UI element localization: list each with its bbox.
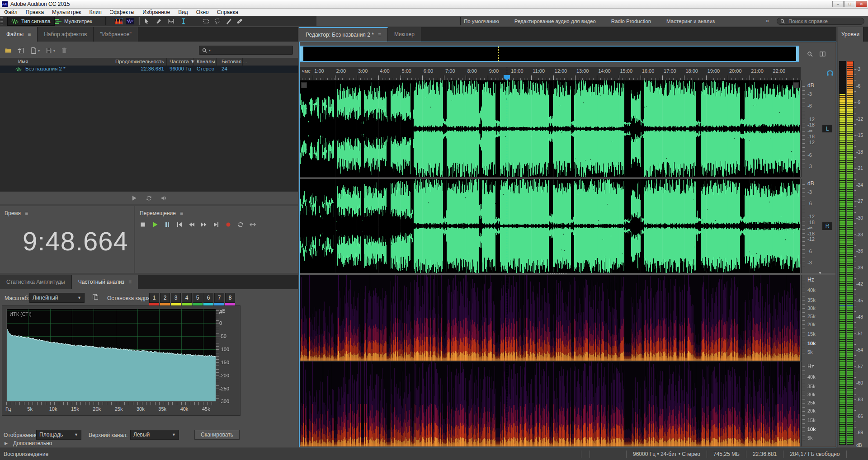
lasso-tool[interactable] [213, 18, 222, 25]
open-folder-icon[interactable] [5, 47, 12, 54]
hold-frame-button-3[interactable]: 3 [171, 293, 181, 303]
levels-panel-tab[interactable]: Уровни [838, 27, 863, 42]
file-row[interactable]: Без названия 2 *22:36.68196000 ГцСтерео2… [0, 66, 298, 73]
column-header[interactable]: Частота ▼ [170, 59, 195, 64]
stop-button[interactable] [139, 221, 147, 229]
loop-icon[interactable] [146, 195, 152, 202]
import-file-icon[interactable] [17, 47, 24, 54]
save-icon[interactable]: ▾ [45, 47, 55, 54]
waveform-left-channel[interactable] [300, 80, 800, 177]
fast-forward-button[interactable] [200, 221, 208, 229]
advanced-label[interactable]: Дополнительно [13, 440, 52, 446]
slip-tool[interactable] [166, 18, 175, 25]
channel-divider[interactable] [300, 177, 801, 178]
workspace-button[interactable]: По умолчанию [464, 19, 499, 24]
channel-badge[interactable]: R [822, 222, 832, 230]
copy-frames-icon[interactable] [92, 293, 99, 300]
column-header[interactable]: Имя [18, 59, 28, 64]
auto-play-speaker-icon[interactable] [160, 195, 167, 202]
help-search-input[interactable] [788, 18, 857, 24]
edit-boundary-icon[interactable] [301, 82, 307, 88]
tab-файлы[interactable]: Файлы≡ [0, 27, 38, 42]
move-to-end-button[interactable] [212, 221, 220, 229]
spectrogram-left[interactable] [300, 275, 800, 361]
edit-boundary-icon[interactable] [793, 82, 799, 88]
help-search-box[interactable] [777, 18, 864, 25]
hold-frame-button-8[interactable]: 8 [225, 293, 235, 303]
tab-набор-эффектов[interactable]: Набор эффектов [38, 27, 94, 42]
timeline-ruler[interactable]: чмс 1:002:003:004:005:006:007:008:009:00… [300, 67, 801, 80]
new-file-icon[interactable]: ▾ [30, 47, 40, 54]
frequency-analysis-plot[interactable] [6, 309, 216, 402]
panel-menu-icon[interactable]: ≡ [378, 32, 381, 38]
hold-frame-button-5[interactable]: 5 [193, 293, 203, 303]
panel-menu-icon[interactable]: ≡ [128, 279, 132, 285]
multitrack-view-button[interactable]: Мультитрек [51, 17, 96, 26]
display-dropdown[interactable]: Площадь ▼ [36, 430, 81, 440]
minimize-button[interactable]: – [832, 1, 844, 7]
splitter-grip[interactable] [547, 273, 566, 274]
close-button[interactable]: ✕ [856, 1, 867, 7]
pause-button[interactable] [163, 221, 171, 229]
scale-dropdown[interactable]: Линейный ▼ [29, 293, 85, 303]
zoom-icon[interactable] [807, 51, 813, 57]
menu-Клип[interactable]: Клип [85, 9, 106, 15]
spectrogram-right[interactable] [300, 361, 800, 446]
menu-Вид[interactable]: Вид [174, 9, 192, 15]
tab-редактор-без-названия-2-[interactable]: Редактор: Без названия 2 *≡ [299, 27, 388, 42]
paintbrush-tool[interactable] [224, 18, 233, 25]
record-button[interactable] [224, 221, 232, 229]
loop-button[interactable] [236, 221, 245, 229]
tab-микшер[interactable]: Микшер [388, 27, 421, 42]
toolbar-grip[interactable] [0, 17, 3, 25]
play-button[interactable] [151, 221, 159, 229]
top-channel-dropdown[interactable]: Левый ▼ [130, 430, 179, 440]
channel-badge[interactable]: L [822, 125, 832, 132]
tab-частотный-анализ[interactable]: Частотный анализ≡ [72, 275, 138, 289]
hold-frame-button-4[interactable]: 4 [182, 293, 192, 303]
marquee-tool[interactable] [202, 18, 211, 25]
hold-frame-button-1[interactable]: 1 [149, 293, 159, 303]
workspace-button[interactable]: Radio Production [611, 19, 651, 24]
healing-brush-tool[interactable] [235, 18, 244, 25]
workspace-button[interactable]: Мастеринг и анализ [666, 19, 715, 24]
menu-Окно[interactable]: Окно [192, 9, 213, 15]
panel-menu-icon[interactable]: ≡ [28, 31, 31, 38]
file-list[interactable]: Без названия 2 *22:36.68196000 ГцСтерео2… [0, 66, 298, 192]
move-to-start-button[interactable] [175, 221, 184, 229]
hold-frame-button-6[interactable]: 6 [203, 293, 213, 303]
menu-Файл[interactable]: Файл [0, 9, 22, 15]
marker-tool[interactable] [179, 18, 188, 25]
delete-icon[interactable] [61, 47, 68, 54]
tab-статистика-амплитуды[interactable]: Статистика Амплитуды [0, 275, 72, 289]
play-icon[interactable] [131, 195, 137, 202]
waveform-display-toggle[interactable] [126, 18, 135, 25]
rewind-button[interactable] [188, 221, 196, 229]
hold-frame-button-2[interactable]: 2 [160, 293, 170, 303]
move-tool[interactable] [142, 18, 151, 25]
menu-Справка[interactable]: Справка [213, 9, 242, 15]
column-header[interactable]: Продолжительность [108, 59, 164, 64]
panel-menu-icon[interactable]: ≡ [25, 210, 28, 216]
workspace-button[interactable]: Редактирование аудио для видео [514, 19, 596, 24]
waveform-view-button[interactable]: Тип сигнала [7, 17, 55, 26]
files-search-box[interactable]: ▾ [199, 46, 293, 55]
razor-tool[interactable] [154, 18, 163, 25]
menu-Избранное[interactable]: Избранное [138, 9, 174, 15]
skip-playhead-button[interactable] [249, 221, 257, 229]
column-header[interactable]: Битовая ... [222, 59, 247, 64]
file-list-header[interactable]: ИмяПродолжительностьЧастота ▼КаналыБитов… [0, 58, 298, 66]
menu-Мультитрек[interactable]: Мультитрек [48, 9, 85, 15]
menu-Эффекты[interactable]: Эффекты [106, 9, 139, 15]
waveform-right-channel[interactable] [300, 179, 800, 273]
expand-triangle-icon[interactable]: ▶ [5, 441, 8, 446]
maximize-button[interactable]: □ [844, 1, 855, 7]
level-meters[interactable]: -3-6-9-12-15-18-21-24-27-30-33-36-39-42-… [838, 42, 868, 447]
panel-layout-icon[interactable] [819, 51, 826, 57]
headphones-icon[interactable] [826, 69, 835, 77]
menu-Правка[interactable]: Правка [22, 9, 48, 15]
tab--избранное-[interactable]: "Избранное" [94, 27, 138, 42]
spectral-display-toggle[interactable] [114, 18, 123, 25]
scan-button[interactable]: Сканировать [194, 430, 240, 440]
panel-menu-icon[interactable]: ≡ [180, 210, 183, 216]
